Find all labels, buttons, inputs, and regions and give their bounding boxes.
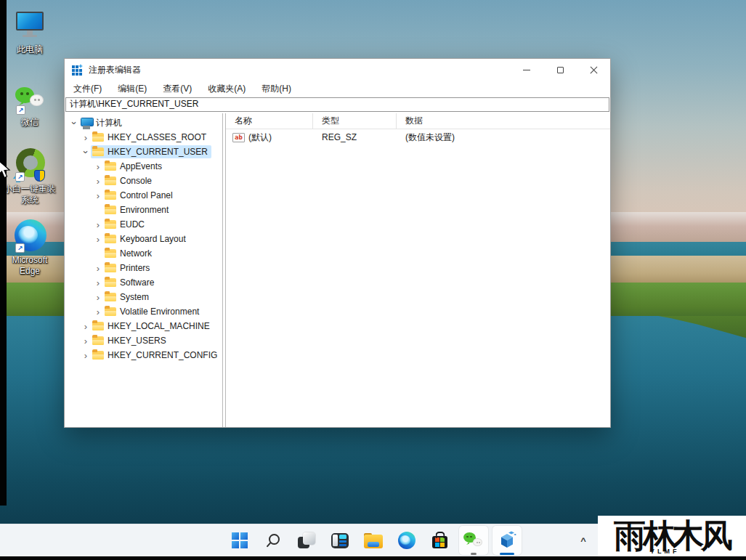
column-header[interactable]: 名称 bbox=[226, 113, 313, 129]
watermark-subtext: YLMF bbox=[650, 548, 680, 555]
value-data: (数值未设置) bbox=[397, 131, 610, 144]
value-row[interactable]: ab(默认)REG_SZ(数值未设置) bbox=[226, 129, 610, 145]
running-indicator bbox=[471, 553, 477, 555]
column-header[interactable]: 类型 bbox=[313, 113, 397, 129]
list-rows: ab(默认)REG_SZ(数值未设置) bbox=[226, 129, 610, 145]
computer-icon bbox=[81, 118, 92, 128]
tree-item-label: HKEY_CURRENT_USER bbox=[108, 147, 208, 157]
tree-item[interactable]: ›HKEY_LOCAL_MACHINE bbox=[65, 319, 222, 333]
folder-icon bbox=[105, 249, 116, 258]
chevron-collapsed-icon[interactable]: › bbox=[93, 293, 103, 302]
tree-item-label: Console bbox=[120, 176, 152, 186]
menu-item-4[interactable]: 帮助(H) bbox=[256, 81, 297, 97]
tree-item[interactable]: ›HKEY_CURRENT_CONFIG bbox=[65, 348, 222, 362]
show-hidden-icons-button[interactable]: ^ bbox=[575, 530, 592, 551]
reg-sz-icon: ab bbox=[232, 133, 245, 142]
edge-button[interactable] bbox=[392, 526, 421, 555]
chevron-collapsed-icon[interactable]: › bbox=[93, 220, 103, 230]
ylmf-watermark: 雨林木风 YLMF bbox=[598, 516, 746, 556]
active-window-indicator bbox=[500, 553, 514, 555]
tree-item[interactable]: ›Keyboard Layout bbox=[65, 232, 222, 246]
store-icon bbox=[432, 536, 447, 548]
maximize-button[interactable] bbox=[543, 59, 577, 81]
wechat-icon bbox=[463, 532, 483, 548]
edge-icon bbox=[398, 532, 415, 549]
tree-item-label: HKEY_CURRENT_CONFIG bbox=[108, 350, 217, 360]
menu-item-1[interactable]: 编辑(E) bbox=[112, 81, 153, 97]
tree-item[interactable]: ›Environment bbox=[65, 203, 222, 217]
desktop-icon-label: Microsoft Edge bbox=[4, 255, 55, 277]
tree-pane: ›计算机›HKEY_CLASSES_ROOT›HKEY_CURRENT_USER… bbox=[65, 113, 222, 427]
chevron-collapsed-icon[interactable]: › bbox=[93, 191, 103, 200]
column-header[interactable]: 数据 bbox=[397, 113, 610, 129]
address-input[interactable] bbox=[65, 97, 609, 112]
tree-item[interactable]: ›System bbox=[65, 290, 222, 304]
regedit-app-icon bbox=[71, 64, 83, 76]
file-explorer-button[interactable] bbox=[359, 526, 388, 555]
folder-icon bbox=[105, 235, 116, 243]
list-header: 名称类型数据 bbox=[226, 113, 610, 129]
tree-item[interactable]: ›Printers bbox=[65, 261, 222, 275]
chevron-collapsed-icon[interactable]: › bbox=[81, 351, 91, 360]
menu-item-0[interactable]: 文件(F) bbox=[68, 81, 108, 97]
value-name: (默认) bbox=[248, 131, 272, 144]
chevron-collapsed-icon[interactable]: › bbox=[93, 235, 103, 244]
tree-item[interactable]: ›EUDC bbox=[65, 217, 222, 232]
tree-item-label: Software bbox=[120, 277, 154, 288]
tree-item-label: HKEY_LOCAL_MACHINE bbox=[108, 321, 210, 331]
chevron-collapsed-icon[interactable]: › bbox=[81, 133, 91, 142]
widgets-button[interactable] bbox=[325, 526, 354, 555]
chevron-expanded-icon[interactable]: › bbox=[81, 147, 91, 157]
folder-icon bbox=[105, 206, 116, 214]
menu-item-2[interactable]: 查看(V) bbox=[157, 81, 198, 97]
desktop: 此电脑 ↗ 微信 ↗ 小白一键重装系统 ↗ Microsoft Edge bbox=[0, 0, 746, 560]
edge-icon: ↗ bbox=[13, 216, 46, 253]
desktop-icon-this-pc[interactable]: 此电脑 bbox=[1, 6, 58, 55]
tree-item[interactable]: ›Console bbox=[65, 174, 222, 188]
chevron-collapsed-icon[interactable]: › bbox=[81, 336, 91, 346]
mouse-cursor bbox=[0, 159, 13, 181]
tree-item[interactable]: ›Volatile Environment bbox=[65, 304, 222, 319]
task-view-button[interactable] bbox=[292, 526, 321, 555]
menu-item-3[interactable]: 收藏夹(A) bbox=[202, 81, 251, 97]
folder-icon bbox=[105, 176, 116, 185]
tree-item[interactable]: ›计算机 bbox=[65, 115, 222, 130]
tree-item[interactable]: ›HKEY_USERS bbox=[65, 333, 222, 348]
tree-item[interactable]: ›AppEvents bbox=[65, 159, 222, 174]
search-button[interactable] bbox=[259, 526, 288, 555]
tree-item[interactable]: ›Control Panel bbox=[65, 188, 222, 203]
folder-icon bbox=[92, 336, 104, 345]
desktop-icon-label: 微信 bbox=[21, 117, 38, 128]
folder-icon bbox=[105, 278, 116, 287]
chevron-collapsed-icon[interactable]: › bbox=[93, 176, 103, 186]
task-view-icon bbox=[298, 532, 315, 548]
wechat-taskbar-button[interactable] bbox=[459, 526, 488, 555]
desktop-icon-microsoft-edge[interactable]: ↗ Microsoft Edge bbox=[1, 216, 58, 277]
this-pc-icon bbox=[14, 6, 46, 42]
tree-item[interactable]: ›Software bbox=[65, 275, 222, 290]
chevron-collapsed-icon[interactable]: › bbox=[93, 278, 103, 288]
window-title: 注册表编辑器 bbox=[89, 64, 141, 76]
minimize-button[interactable] bbox=[510, 59, 543, 81]
microsoft-store-button[interactable] bbox=[426, 526, 455, 555]
start-button[interactable] bbox=[225, 526, 254, 555]
title-bar[interactable]: 注册表编辑器 bbox=[65, 59, 610, 81]
folder-icon bbox=[105, 293, 116, 301]
chevron-collapsed-icon[interactable]: › bbox=[93, 264, 103, 273]
shortcut-arrow-icon: ↗ bbox=[16, 105, 25, 115]
chevron-collapsed-icon[interactable]: › bbox=[81, 322, 91, 331]
tree-item[interactable]: ›HKEY_CURRENT_USER bbox=[65, 145, 222, 159]
chevron-expanded-icon[interactable]: › bbox=[70, 118, 79, 128]
chevron-collapsed-icon[interactable]: › bbox=[93, 307, 103, 317]
wechat-icon: ↗ bbox=[14, 78, 46, 115]
tree-item-label: EUDC bbox=[120, 219, 145, 230]
chevron-collapsed-icon[interactable]: › bbox=[93, 162, 103, 171]
tree-item[interactable]: ›HKEY_CLASSES_ROOT bbox=[65, 130, 222, 145]
tree-item[interactable]: ›Network bbox=[65, 246, 222, 261]
folder-icon bbox=[92, 322, 104, 330]
folder-icon bbox=[105, 307, 116, 316]
desktop-icon-wechat[interactable]: ↗ 微信 bbox=[1, 78, 58, 128]
close-button[interactable] bbox=[577, 59, 610, 81]
regedit-taskbar-button[interactable] bbox=[492, 526, 522, 555]
tree-item-label: Network bbox=[120, 248, 152, 259]
